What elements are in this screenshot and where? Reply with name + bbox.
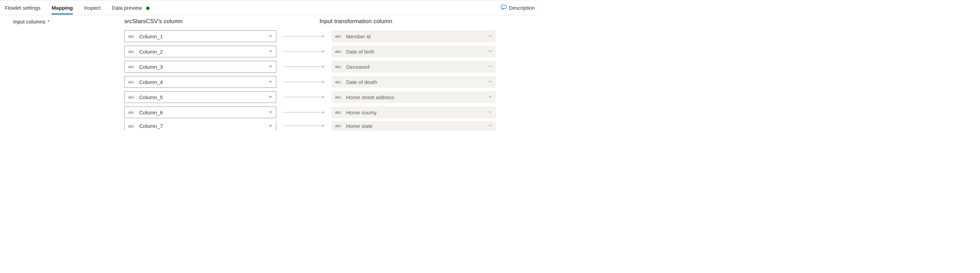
- chevron-down-icon: [488, 64, 492, 69]
- target-column-value: Member id: [346, 34, 488, 39]
- chevron-down-icon: [488, 123, 492, 129]
- tab-inspect[interactable]: Inspect: [84, 2, 100, 14]
- target-column-value: Home county: [346, 110, 488, 115]
- source-column-value: Column_5: [139, 94, 269, 100]
- target-column-dropdown[interactable]: abc Date of death: [332, 76, 496, 88]
- chevron-down-icon: [269, 49, 272, 54]
- source-column-value: Column_2: [139, 49, 269, 54]
- type-abc-icon: abc: [128, 110, 136, 114]
- chevron-down-icon: [488, 49, 492, 54]
- target-column-dropdown[interactable]: abc Member id: [332, 30, 496, 42]
- type-abc-icon: abc: [335, 34, 343, 38]
- source-column-value: Column_4: [139, 79, 269, 85]
- mapping-arrow: [276, 34, 332, 38]
- type-abc-icon: abc: [128, 49, 136, 54]
- chevron-down-icon: [269, 110, 272, 115]
- source-column-value: Column_7: [139, 123, 269, 129]
- required-mark: *: [48, 19, 50, 24]
- comment-icon: [501, 4, 507, 11]
- type-abc-icon: abc: [128, 80, 136, 84]
- source-column-value: Column_1: [139, 34, 269, 39]
- type-abc-icon: abc: [128, 65, 136, 69]
- column-headers: srcStarsCSV's column Input transformatio…: [103, 18, 527, 25]
- source-column-dropdown[interactable]: abc Column_1: [124, 30, 276, 42]
- chevron-down-icon: [488, 79, 492, 85]
- source-column-dropdown[interactable]: abc Column_6: [124, 107, 276, 118]
- type-abc-icon: abc: [335, 80, 343, 84]
- target-column-value: Home state: [346, 123, 488, 129]
- type-abc-icon: abc: [335, 65, 343, 69]
- source-column-dropdown[interactable]: abc Column_5: [124, 91, 276, 103]
- target-column-value: Home street address: [346, 94, 488, 100]
- mapping-arrow: [276, 80, 332, 84]
- mapping-arrow: [276, 49, 332, 54]
- target-column-dropdown[interactable]: abc Deceased: [332, 61, 496, 73]
- input-columns-label: Input columns *: [13, 18, 103, 131]
- type-abc-icon: abc: [128, 95, 136, 99]
- type-abc-icon: abc: [335, 110, 343, 114]
- type-abc-icon: abc: [335, 124, 343, 128]
- mapping-arrow: [276, 65, 332, 69]
- mapping-row: abc Column_3 abc Deceased: [103, 60, 527, 73]
- mapping-content: Input columns * srcStarsCSV's column Inp…: [0, 15, 539, 131]
- source-column-header: srcStarsCSV's column: [103, 18, 278, 25]
- mapping-row: abc Column_6 abc Home county: [103, 106, 527, 119]
- description-button[interactable]: Description: [501, 4, 535, 11]
- mapping-arrow: [276, 124, 332, 128]
- source-column-value: Column_3: [139, 64, 269, 70]
- chevron-down-icon: [269, 64, 272, 69]
- mapping-rows: abc Column_1 abc Member id: [103, 30, 527, 131]
- chevron-down-icon: [269, 123, 272, 129]
- target-column-value: Date of death: [346, 79, 488, 85]
- tab-data-preview-label: Data preview: [111, 5, 142, 11]
- description-label: Description: [509, 5, 535, 11]
- mapping-row: abc Column_1 abc Member id: [103, 30, 527, 43]
- mapping-row: abc Column_4 abc Date of death: [103, 75, 527, 88]
- source-column-value: Column_6: [139, 110, 269, 115]
- target-column-dropdown[interactable]: abc Home state: [332, 121, 496, 131]
- tab-data-preview[interactable]: Data preview: [111, 2, 150, 14]
- svg-rect-0: [501, 5, 506, 8]
- mapping-arrow: [276, 95, 332, 99]
- chevron-down-icon: [488, 110, 492, 115]
- chevron-down-icon: [269, 94, 272, 100]
- target-column-dropdown[interactable]: abc Home street address: [332, 91, 496, 103]
- source-column-dropdown[interactable]: abc Column_2: [124, 46, 276, 57]
- target-column-dropdown[interactable]: abc Date of birth: [332, 46, 496, 57]
- chevron-down-icon: [488, 94, 492, 100]
- chevron-down-icon: [488, 34, 492, 39]
- type-abc-icon: abc: [128, 34, 136, 38]
- type-abc-icon: abc: [335, 49, 343, 54]
- tab-mapping[interactable]: Mapping: [51, 2, 73, 14]
- tab-flowlet-settings[interactable]: Flowlet settings: [5, 2, 40, 14]
- target-column-dropdown[interactable]: abc Home county: [332, 107, 496, 118]
- mapping-arrow: [276, 110, 332, 114]
- mapping-row: abc Column_7 abc Home state: [103, 121, 527, 131]
- mapping-row: abc Column_2 abc Date of birth: [103, 45, 527, 58]
- target-column-value: Date of birth: [346, 49, 488, 54]
- type-abc-icon: abc: [335, 95, 343, 99]
- chevron-down-icon: [269, 79, 272, 85]
- mapping-row: abc Column_5 abc Home street address: [103, 91, 527, 104]
- tab-bar: Flowlet settings Mapping Inspect Data pr…: [0, 0, 539, 15]
- input-columns-text: Input columns: [13, 19, 45, 24]
- type-abc-icon: abc: [128, 124, 136, 128]
- mapping-area: srcStarsCSV's column Input transformatio…: [103, 18, 527, 131]
- status-dot-icon: [146, 6, 150, 10]
- chevron-down-icon: [269, 34, 272, 39]
- source-column-dropdown[interactable]: abc Column_3: [124, 61, 276, 73]
- target-column-header: Input transformation column: [320, 18, 484, 25]
- source-column-dropdown[interactable]: abc Column_7: [124, 121, 276, 131]
- source-column-dropdown[interactable]: abc Column_4: [124, 76, 276, 88]
- target-column-value: Deceased: [346, 64, 488, 70]
